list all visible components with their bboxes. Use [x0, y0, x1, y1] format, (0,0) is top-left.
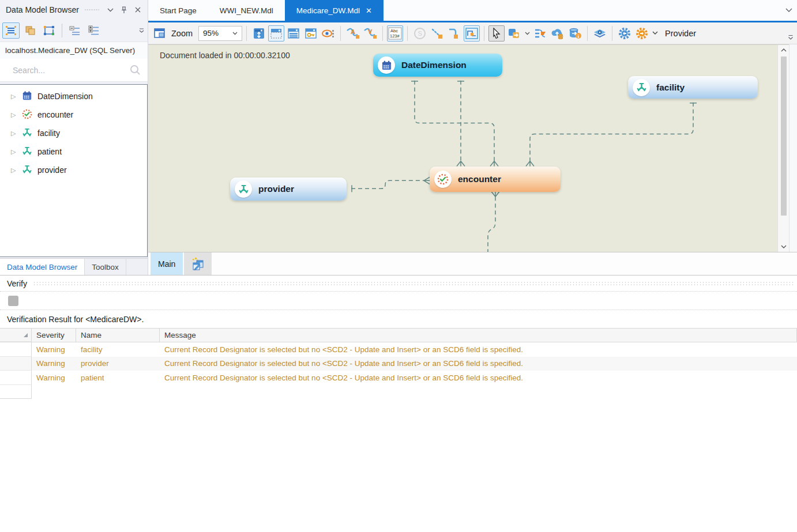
tab-main-diagram[interactable]: Main [151, 252, 183, 275]
merge-model-button[interactable] [532, 25, 548, 41]
expander-icon[interactable]: ▷ [11, 93, 17, 100]
vertical-label-v-button[interactable]: V [362, 25, 378, 41]
entity-label: DateDimension [401, 60, 467, 70]
table-row[interactable]: Warning patient Current Record Designato… [0, 371, 797, 385]
drag-grip[interactable] [85, 8, 99, 12]
row-selector-cell[interactable] [0, 357, 32, 371]
expander-icon[interactable]: ▷ [11, 130, 17, 137]
layers-settings-button[interactable] [592, 25, 608, 41]
table-row[interactable]: Warning provider Current Record Designat… [0, 357, 797, 371]
diagram-properties-button[interactable] [152, 25, 168, 41]
entity-encounter[interactable]: encounter [430, 167, 561, 192]
tab-wwi-new[interactable]: WWI_NEW.Mdl [208, 0, 285, 21]
expander-icon[interactable]: ▷ [11, 148, 17, 156]
tab-list-chevron-icon[interactable] [785, 6, 792, 14]
tree-item-patient[interactable]: ▷ patient [0, 142, 147, 161]
entity-keys-view-button[interactable] [303, 25, 319, 41]
chevron-down-icon[interactable] [105, 5, 115, 15]
move-object-button[interactable] [506, 25, 522, 41]
cloud-deploy-button[interactable] [550, 25, 566, 41]
canvas-vertical-scrollbar[interactable] [777, 44, 789, 252]
select-tool-button[interactable] [488, 25, 505, 41]
toolbar-overflow-icon[interactable] [788, 32, 794, 43]
tree-item-facility[interactable]: ▷ facility [0, 124, 147, 142]
tab-toolbox[interactable]: Toolbox [85, 259, 126, 275]
zoom-select[interactable]: 95% [198, 26, 242, 41]
column-message[interactable]: Message [160, 329, 797, 342]
diagram-canvas[interactable]: Document loaded in 00:00:00.32100 DateDi… [148, 44, 777, 252]
entity-provider[interactable]: provider [230, 178, 347, 201]
stop-button[interactable] [8, 296, 18, 306]
severity-cell: Warning [32, 357, 76, 371]
scroll-down-icon[interactable] [778, 242, 789, 252]
tree-item-label: DateDimension [37, 92, 93, 101]
close-icon[interactable] [133, 5, 143, 15]
tab-medicare-dw[interactable]: Medicare_DW.Mdl ✕ [285, 0, 384, 21]
tree-item-label: encounter [37, 110, 73, 119]
junction-icon [22, 127, 32, 139]
row-selector-cell[interactable] [0, 342, 32, 357]
verify-panel: Verify Verification Result for <Medicare… [0, 275, 797, 532]
scroll-up-icon[interactable] [778, 45, 789, 55]
column-severity[interactable]: Severity [32, 329, 76, 342]
document-loaded-status: Document loaded in 00:00:00.32100 [160, 51, 290, 60]
tab-start-page[interactable]: Start Page [148, 0, 208, 21]
name-cell: provider [76, 357, 160, 371]
search-icon [130, 65, 141, 78]
entity-autosize-button[interactable] [251, 25, 267, 41]
table-row[interactable]: Warning facility Current Record Designat… [0, 342, 797, 357]
display-options-button[interactable] [320, 25, 336, 41]
reverse-engineer-gear-button[interactable] [616, 25, 633, 41]
panel-toolbar-overflow-icon[interactable] [139, 25, 144, 36]
document-area: Start Page WWI_NEW.Mdl Medicare_DW.Mdl ✕… [148, 0, 797, 275]
pin-icon[interactable] [119, 5, 129, 15]
application-window: Data Model Browser [0, 0, 797, 532]
panel-title: Data Model Browser [6, 5, 79, 14]
auto-layout-button[interactable] [40, 22, 58, 39]
verified-icon [22, 109, 32, 121]
datatype-display-button[interactable]: Abc123# [387, 25, 403, 41]
scrollbar-track[interactable] [778, 55, 789, 242]
curved-connector-button[interactable] [446, 25, 463, 41]
collapse-all-button[interactable] [66, 22, 84, 39]
tab-label: WWI_NEW.Mdl [220, 6, 273, 15]
right-gutter [789, 44, 797, 252]
database-export-button[interactable]: i [567, 25, 583, 41]
tree-item-provider[interactable]: ▷ provider [0, 161, 147, 179]
tab-close-icon[interactable]: ✕ [366, 7, 372, 14]
row-selector-cell[interactable] [0, 371, 32, 385]
column-name[interactable]: Name [76, 329, 160, 342]
junction-icon [22, 164, 32, 176]
connection-label: localhost.Medicare_DW (SQL Server) [0, 41, 148, 59]
expander-icon[interactable]: ▷ [11, 167, 17, 174]
overlap-objects-button[interactable] [21, 22, 39, 39]
new-diagram-icon [190, 257, 205, 271]
vertical-label-a-button[interactable]: A [345, 25, 361, 41]
tree-item-encounter[interactable]: ▷ encounter [0, 105, 147, 124]
toolbar-separator [612, 26, 612, 41]
scrollbar-thumb[interactable] [781, 56, 787, 216]
entity-collapsed-view-button[interactable] [268, 25, 284, 41]
toolbar-separator [587, 26, 588, 41]
expander-icon[interactable]: ▷ [11, 111, 17, 119]
entity-datedimension[interactable]: DateDimension [373, 54, 502, 77]
tree-item-label: provider [37, 165, 67, 175]
diagram-toolbar: Zoom 95% [148, 22, 797, 44]
dashed-connector-button[interactable] [429, 25, 445, 41]
search-input[interactable] [0, 59, 148, 81]
expand-all-button[interactable] [85, 22, 103, 39]
new-diagram-button[interactable] [184, 252, 212, 275]
orthogonal-connector-button[interactable] [464, 25, 480, 41]
verification-result-text: Verification Result for <MedicareDW>. [0, 310, 797, 328]
tab-data-model-browser[interactable]: Data Model Browser [0, 259, 85, 275]
entity-attributes-view-button[interactable] [285, 25, 302, 41]
tab-label: Start Page [160, 6, 197, 15]
move-dropdown-chevron-icon[interactable] [523, 25, 531, 41]
svg-text:A: A [351, 28, 355, 35]
sort-indicator-cell[interactable] [0, 329, 32, 342]
entity-facility[interactable]: facility [628, 76, 758, 99]
selection-align-button[interactable] [2, 22, 20, 39]
generate-gear-button[interactable] [634, 25, 650, 41]
tree-item-datedimension[interactable]: ▷ DateDimension [0, 87, 147, 105]
generate-dropdown-chevron-icon[interactable] [651, 25, 659, 41]
